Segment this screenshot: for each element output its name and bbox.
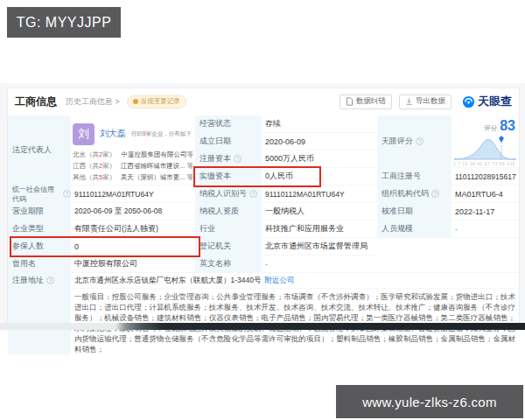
field-label-paid-capital: 实缴资本 xyxy=(195,168,262,186)
score-marker-pin xyxy=(499,136,504,143)
field-label-taxpayer-quality: 纳税人资质 xyxy=(195,203,262,220)
field-label-english-name: 英文名称 xyxy=(195,256,262,273)
field-label-founded: 成立日期 xyxy=(195,133,262,150)
company-link[interactable]: 中厦控股集团有限公司等 xyxy=(122,150,194,159)
field-label-registry-authority: 登记机关 xyxy=(195,238,262,256)
field-value-org-code: MA01RTU6-4 xyxy=(452,186,519,203)
tg-watermark-badge: TG: MYYJJPP xyxy=(7,7,121,38)
field-label-staff-size: 人员规模 xyxy=(377,220,452,238)
score-word: 评分 xyxy=(484,124,497,133)
field-label-business-term: 营业期限 xyxy=(8,203,71,220)
field-value-insured-count: 0 xyxy=(71,238,195,256)
nearby-companies-link[interactable]: 附近公司 xyxy=(264,276,294,286)
score-axis-ticks: 1 7 16 28 42 57 73 88 100 xyxy=(453,161,515,166)
download-icon xyxy=(405,97,413,106)
info-icon[interactable] xyxy=(416,137,424,145)
field-label-org-code: 组织机构代码 xyxy=(377,186,452,203)
distribution-row: 北京（共2家） 中厦控股集团有限公司等 xyxy=(73,149,193,160)
field-value-former-name: 中厦控股有限公司 xyxy=(71,256,195,273)
field-value-paid-capital: 0人民币 xyxy=(262,168,377,186)
tianyancha-logo-text: 天眼查 xyxy=(478,94,512,109)
tianyancha-logo[interactable]: 天眼查 xyxy=(462,94,512,109)
field-label-status: 经营状态 xyxy=(195,116,262,133)
field-value-founded: 2020-06-09 xyxy=(262,133,377,150)
info-icon[interactable] xyxy=(63,190,71,198)
history-info-link[interactable]: 历史工商信息 > xyxy=(66,96,120,108)
field-label-reg-number: 工商注册号 xyxy=(377,168,452,186)
field-label-company-type: 企业类型 xyxy=(8,220,71,238)
field-label-score: 天眼评分 xyxy=(377,116,452,168)
field-label-address: 注册地址 xyxy=(8,273,71,289)
field-value-taxpayer-id: 91110112MA01RTU64Y xyxy=(262,186,377,203)
legal-rep-name-link[interactable]: 刘大磊 xyxy=(100,128,126,140)
field-label-credit-code: 统一社会信用代码 xyxy=(8,186,71,203)
info-icon[interactable] xyxy=(249,190,257,198)
score-curve-chart xyxy=(452,134,518,162)
data-correction-button[interactable]: 数据纠错 xyxy=(340,94,392,109)
bell-icon xyxy=(133,99,138,104)
business-info-table: 法定代表人 刘 刘大磊 任职9家企业，分布如下 北京（共2家） 中厦控股集团有限… xyxy=(8,116,519,354)
info-icon[interactable] xyxy=(46,276,54,284)
panel-title: 工商信息 xyxy=(15,94,57,109)
field-value-business-term: 2020-06-09 至 2050-06-08 xyxy=(71,203,195,220)
field-value-approval-date: 2022-11-17 xyxy=(452,203,519,220)
field-value-status: 存续 xyxy=(262,116,377,133)
distribution-row: 其他（共5家） 吴天（深圳）城市更... 等 xyxy=(73,172,193,183)
tenure-note: 任职9家企业，分布如下 xyxy=(131,130,192,138)
info-icon[interactable] xyxy=(431,190,439,198)
field-value-registry-authority: 北京市通州区市场监督管理局 xyxy=(262,238,377,256)
change-alert-label: 发现变更记录 xyxy=(141,97,180,106)
change-alert-badge[interactable]: 发现变更记录 xyxy=(127,95,186,108)
field-label-industry: 行业 xyxy=(195,220,262,238)
field-label-insured-count: 参保人数 xyxy=(8,238,71,256)
field-value-company-type: 有限责任公司(法人独资) xyxy=(71,220,195,238)
business-info-panel: 工商信息 历史工商信息 > 发现变更记录 数据纠错 导出数据 天眼查 xyxy=(7,88,520,330)
video-scrubber-bar[interactable] xyxy=(0,323,525,330)
document-icon xyxy=(346,97,354,106)
company-link[interactable]: 江西省翰晖城市建设... 等 xyxy=(121,162,193,171)
field-label-taxpayer-id: 纳税人识别号 xyxy=(195,186,262,203)
field-value-staff-size: - xyxy=(452,220,519,238)
info-icon[interactable] xyxy=(234,155,242,163)
score-chart[interactable]: 评分 83 1 7 16 28 42 57 73 88 100 xyxy=(452,116,519,168)
field-label-scope xyxy=(8,289,71,354)
distribution-row: 江西（共2家） 江西省翰晖城市建设... 等 xyxy=(73,160,193,172)
avatar: 刘 xyxy=(73,123,94,145)
site-watermark-badge: www.yule-zlks-z6.com xyxy=(336,385,523,418)
field-value-reg-capital: 5000万人民币 xyxy=(262,150,377,168)
field-value-address: 北京市通州区永乐店镇柴厂屯村东（联航大厦）1-3440号 附近公司 xyxy=(71,273,519,289)
legal-rep-block: 刘 刘大磊 任职9家企业，分布如下 北京（共2家） 中厦控股集团有限公司等 江西… xyxy=(71,116,195,186)
field-label-former-name: 曾用名 xyxy=(8,256,71,273)
field-value-english-name: - xyxy=(262,256,377,273)
export-data-button[interactable]: 导出数据 xyxy=(399,94,452,109)
field-value-taxpayer-quality: 一般纳税人 xyxy=(262,203,377,220)
tianyancha-logo-icon xyxy=(462,95,475,108)
panel-header: 工商信息 历史工商信息 > 发现变更记录 数据纠错 导出数据 天眼查 xyxy=(8,88,519,115)
field-value-reg-number: 110112028915617 xyxy=(452,168,519,186)
field-value-industry: 科技推广和应用服务业 xyxy=(262,220,377,238)
field-label-legal-rep: 法定代表人 xyxy=(8,116,71,186)
field-value-credit-code: 91110112MA01RTU64Y xyxy=(71,186,195,203)
business-scope-text: 一般项目：控股公司服务；企业管理咨询；公共事业管理服务；市场调查（不含涉外调查）… xyxy=(71,289,519,354)
field-label-reg-capital: 注册资本 xyxy=(195,150,262,168)
score-value: 83 xyxy=(500,118,515,134)
field-label-approval-date: 核准日期 xyxy=(377,203,452,220)
company-link[interactable]: 吴天（深圳）城市更... 等 xyxy=(121,173,193,182)
